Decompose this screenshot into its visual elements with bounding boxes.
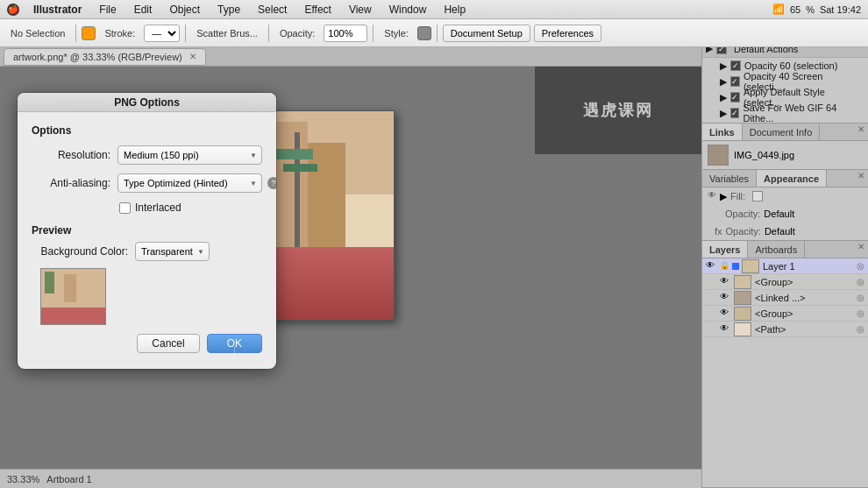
variables-tab[interactable]: Variables: [702, 170, 757, 187]
menu-select[interactable]: Select: [254, 4, 290, 16]
menu-file[interactable]: File: [96, 4, 119, 16]
links-item[interactable]: IMG_0449.jpg: [702, 141, 868, 169]
menu-help[interactable]: Help: [440, 4, 469, 16]
options-section-title: Options: [32, 124, 262, 137]
layer-eye-5[interactable]: 👁: [720, 323, 732, 336]
dialog-titlebar: PNG Options: [18, 93, 276, 112]
document-tab[interactable]: artwork.png* @ 33.33% (RGB/Preview) ✕: [4, 48, 206, 66]
layer-target-5[interactable]: ◎: [857, 324, 864, 334]
menubar: 🍎 Illustrator File Edit Object Type Sele…: [0, 0, 868, 19]
bg-color-label: Background Color:: [32, 245, 128, 258]
preferences-button[interactable]: Preferences: [534, 25, 601, 42]
preview-crowd-layer: [41, 308, 105, 324]
layer-target-2[interactable]: ◎: [857, 277, 864, 286]
layer-row-1[interactable]: 👁 🔒 Layer 1 ◎: [702, 258, 868, 274]
preview-section: Preview Background Color: Transparent Wh…: [32, 224, 262, 325]
toolbar-divider-4: [373, 25, 374, 42]
layer-target-4[interactable]: ◎: [857, 308, 864, 318]
menu-window[interactable]: Window: [386, 4, 430, 16]
vars-tabs: Variables Appearance ✕: [702, 170, 868, 187]
layers-tab[interactable]: Layers: [702, 241, 748, 258]
antialiasing-info-icon[interactable]: ?: [267, 177, 276, 189]
menu-effect[interactable]: Effect: [301, 4, 334, 16]
preview-building-layer: [64, 274, 77, 302]
menu-edit[interactable]: Edit: [131, 4, 156, 16]
layers-close-button[interactable]: ✕: [857, 241, 868, 251]
document-setup-button[interactable]: Document Setup: [443, 25, 530, 42]
menu-view[interactable]: View: [345, 4, 375, 16]
resolution-row: Resolution: Screen (72 ppi) Medium (150 …: [32, 145, 262, 165]
layer-thumb-4: [734, 307, 751, 321]
layer-row-5[interactable]: 👁 <Path> ◎: [702, 322, 868, 337]
ok-cursor-indicator: |: [233, 345, 235, 354]
layer-name-1: Layer 1: [763, 261, 857, 272]
bg-color-row: Background Color: Transparent White Blac…: [32, 242, 262, 261]
menu-object[interactable]: Object: [166, 4, 203, 16]
menu-illustrator[interactable]: Illustrator: [30, 4, 85, 16]
document-info-tab[interactable]: Document Info: [743, 124, 821, 140]
bg-color-select[interactable]: Transparent White Black: [135, 242, 210, 261]
layer-name-2: <Group>: [755, 277, 857, 287]
tab-close-icon[interactable]: ✕: [189, 52, 196, 61]
layer-row-2[interactable]: 👁 <Group> ◎: [702, 274, 868, 290]
antialiasing-select[interactable]: None Art Optimized (Supersampling) Type …: [117, 173, 262, 193]
action-checkbox-4[interactable]: ✓: [730, 108, 739, 118]
layer-eye-4[interactable]: 👁: [720, 308, 732, 320]
action-play-icon-3: ▶: [720, 92, 727, 103]
menu-type[interactable]: Type: [214, 4, 244, 16]
document-tab-label: artwork.png* @ 33.33% (RGB/Preview): [13, 52, 182, 62]
resolution-select[interactable]: Screen (72 ppi) Medium (150 ppi) High (3…: [117, 145, 262, 165]
links-filename: IMG_0449.jpg: [734, 150, 794, 160]
fill-row: 👁 ▶ Fill:: [702, 187, 868, 205]
bg-color-select-wrapper: Transparent White Black ▼: [135, 242, 210, 261]
layer-lock-1[interactable]: 🔒: [720, 261, 730, 272]
toolbar-divider-1: [75, 25, 76, 42]
preview-thumbnail: [40, 268, 106, 325]
wifi-icon: 📶: [772, 4, 785, 15]
layer-eye-1[interactable]: 👁: [706, 260, 718, 272]
interlaced-checkbox[interactable]: [119, 202, 131, 214]
toolbar-divider-3: [268, 25, 269, 42]
opacity-input[interactable]: [324, 25, 367, 42]
opacity-row-label-1: Opacity:: [725, 209, 760, 219]
menubar-right: 📶 65% Sat 19:42: [772, 4, 861, 15]
action-checkbox-2[interactable]: ✓: [730, 76, 740, 87]
layer-row-4[interactable]: 👁 <Group> ◎: [702, 306, 868, 322]
fill-label: Fill:: [730, 191, 745, 202]
ok-button[interactable]: OK |: [207, 334, 262, 353]
style-swatch[interactable]: [417, 26, 431, 40]
opacity-value-1: Default: [764, 209, 794, 219]
appearance-close-button[interactable]: ✕: [857, 170, 868, 180]
style-label: Style:: [379, 26, 414, 40]
actions-list: ▶ ✓ Default Actions ▶ ✓ Opacity 60 (sele…: [702, 39, 868, 123]
layer-eye-2[interactable]: 👁: [720, 276, 732, 288]
fill-arrow-icon: ▶: [720, 191, 727, 202]
action-label-4: Save For Web GIF 64 Dithe...: [743, 103, 850, 124]
resolution-select-wrapper: Screen (72 ppi) Medium (150 ppi) High (3…: [117, 145, 262, 165]
links-tab[interactable]: Links: [702, 124, 743, 140]
links-close-button[interactable]: ✕: [857, 124, 868, 134]
fx-icon: fx: [715, 226, 722, 237]
preview-title: Preview: [32, 224, 262, 237]
links-thumbnail: [708, 145, 729, 166]
cancel-button[interactable]: Cancel: [137, 334, 199, 353]
appearance-tab[interactable]: Appearance: [757, 170, 827, 187]
layer-target-1[interactable]: ◎: [857, 261, 864, 271]
preview-tree-layer: [45, 272, 54, 294]
action-checkbox-1[interactable]: ✓: [730, 60, 741, 71]
layer-row-3[interactable]: 👁 <Linked ...> ◎: [702, 290, 868, 306]
resolution-label: Resolution:: [32, 149, 110, 161]
artboards-tab[interactable]: Artboards: [748, 241, 805, 258]
fill-swatch[interactable]: [82, 26, 96, 40]
fill-visibility-icon: 👁: [708, 190, 720, 202]
action-checkbox-3[interactable]: ✓: [730, 92, 740, 103]
action-item-4[interactable]: ▶ ✓ Save For Web GIF 64 Dithe...: [702, 105, 868, 121]
stroke-select[interactable]: —: [144, 25, 180, 42]
fill-color-swatch[interactable]: [752, 191, 763, 202]
layer-color-chip-1: [732, 263, 739, 270]
layer-target-3[interactable]: ◎: [857, 293, 864, 302]
layer-eye-3[interactable]: 👁: [720, 292, 732, 304]
right-panel: Actions ✕ ▶ ✓ Default Actions ▶ ✓ Opacit…: [701, 19, 868, 488]
apple-menu[interactable]: 🍎: [7, 4, 19, 16]
preview-thumb-image: [41, 269, 105, 324]
